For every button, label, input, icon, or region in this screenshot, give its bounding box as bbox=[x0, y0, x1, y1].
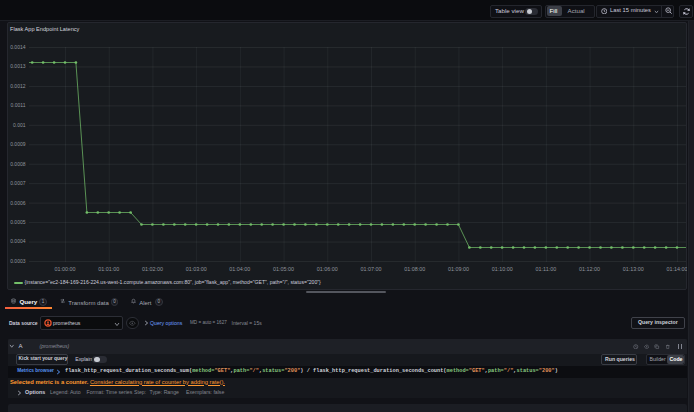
svg-text:0.0006: 0.0006 bbox=[10, 200, 26, 206]
svg-text:0.001: 0.001 bbox=[13, 122, 26, 128]
svg-text:01:10:00: 01:10:00 bbox=[492, 266, 513, 272]
svg-text:0.0008: 0.0008 bbox=[10, 161, 26, 167]
svg-text:01:02:00: 01:02:00 bbox=[142, 266, 163, 272]
svg-text:01:13:00: 01:13:00 bbox=[623, 266, 644, 272]
svg-text:0.0012: 0.0012 bbox=[10, 83, 26, 89]
svg-text:0.0013: 0.0013 bbox=[10, 63, 26, 69]
svg-text:0.0005: 0.0005 bbox=[10, 219, 26, 225]
svg-text:01:05:00: 01:05:00 bbox=[273, 266, 294, 272]
svg-text:0.0014: 0.0014 bbox=[10, 44, 26, 50]
svg-text:0.0003: 0.0003 bbox=[10, 258, 26, 264]
svg-text:01:09:00: 01:09:00 bbox=[448, 266, 469, 272]
svg-text:0.0007: 0.0007 bbox=[10, 180, 26, 186]
svg-text:01:06:00: 01:06:00 bbox=[317, 266, 338, 272]
svg-text:0.0004: 0.0004 bbox=[10, 238, 26, 244]
svg-text:0.0011: 0.0011 bbox=[11, 102, 26, 108]
svg-text:0.0009: 0.0009 bbox=[10, 141, 26, 147]
svg-text:01:01:00: 01:01:00 bbox=[98, 266, 119, 272]
svg-text:01:03:00: 01:03:00 bbox=[186, 266, 207, 272]
svg-text:01:08:00: 01:08:00 bbox=[404, 266, 425, 272]
svg-text:01:12:00: 01:12:00 bbox=[579, 266, 600, 272]
svg-text:01:00:00: 01:00:00 bbox=[55, 266, 76, 272]
svg-text:01:04:00: 01:04:00 bbox=[229, 266, 250, 272]
svg-text:01:07:00: 01:07:00 bbox=[361, 266, 382, 272]
svg-text:01:11:00: 01:11:00 bbox=[536, 266, 557, 272]
svg-text:01:14:00: 01:14:00 bbox=[667, 266, 687, 272]
